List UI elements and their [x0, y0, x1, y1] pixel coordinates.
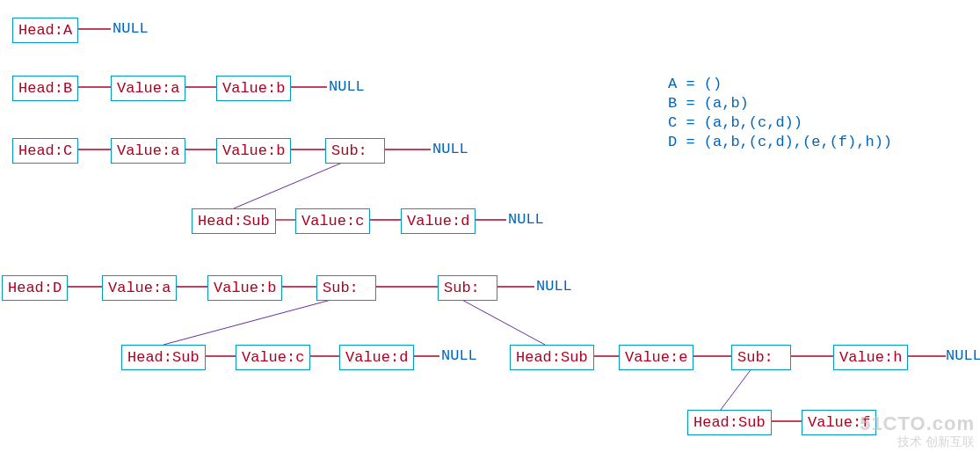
node-c-value-a: Value:a: [111, 138, 185, 164]
node-d-sub1-value-c: Value:c: [236, 345, 310, 370]
null-b: NULL: [329, 78, 365, 95]
node-b-value-b: Value:b: [216, 76, 291, 101]
node-c-sub-head: Head:Sub: [192, 208, 276, 234]
watermark: 51CTO.com 技术 创新互联: [860, 413, 975, 448]
node-head-b: Head:B: [12, 76, 78, 101]
svg-line-8: [234, 161, 346, 208]
node-d-sub1: Sub:: [316, 275, 376, 301]
node-c-sub-value-c: Value:c: [295, 208, 370, 234]
null-c-sub: NULL: [508, 211, 544, 228]
svg-line-17: [163, 298, 338, 345]
definition-d: D = (a,b,(c,d),(e,(f),h)): [668, 134, 892, 150]
node-c-sub: Sub:: [325, 138, 385, 164]
node-d-value-b: Value:b: [207, 275, 282, 301]
node-d-value-a: Value:a: [102, 275, 177, 301]
definition-a: A = (): [668, 76, 722, 92]
node-head-d: Head:D: [2, 275, 68, 301]
watermark-line2: 技术 创新互联: [860, 435, 975, 448]
node-c-sub-value-d: Value:d: [401, 208, 475, 234]
null-d-main: NULL: [536, 278, 572, 295]
node-head-c: Head:C: [12, 138, 78, 164]
node-d-sub2: Sub:: [438, 275, 497, 301]
node-d-sub1-head: Head:Sub: [121, 345, 206, 370]
node-c-value-b: Value:b: [216, 138, 291, 164]
node-d-sub2-sub: Sub:: [731, 345, 791, 370]
node-d-sub1-value-d: Value:d: [339, 345, 414, 370]
node-d-sub2-value-h: Value:h: [833, 345, 908, 370]
definition-c: C = (a,b,(c,d)): [668, 114, 802, 131]
null-d-sub1: NULL: [441, 347, 477, 364]
null-c-main: NULL: [432, 141, 468, 157]
null-a: NULL: [113, 20, 149, 37]
node-b-value-a: Value:a: [111, 76, 185, 101]
watermark-line1: 51CTO.com: [860, 413, 975, 434]
svg-line-21: [459, 298, 545, 345]
node-head-a: Head:A: [12, 18, 78, 43]
node-d-inner-head: Head:Sub: [687, 410, 772, 435]
definition-b: B = (a,b): [668, 95, 749, 112]
node-d-sub2-value-e: Value:e: [619, 345, 693, 370]
null-d-sub2: NULL: [946, 347, 980, 364]
node-d-sub2-head: Head:Sub: [510, 345, 594, 370]
svg-line-26: [721, 368, 752, 410]
